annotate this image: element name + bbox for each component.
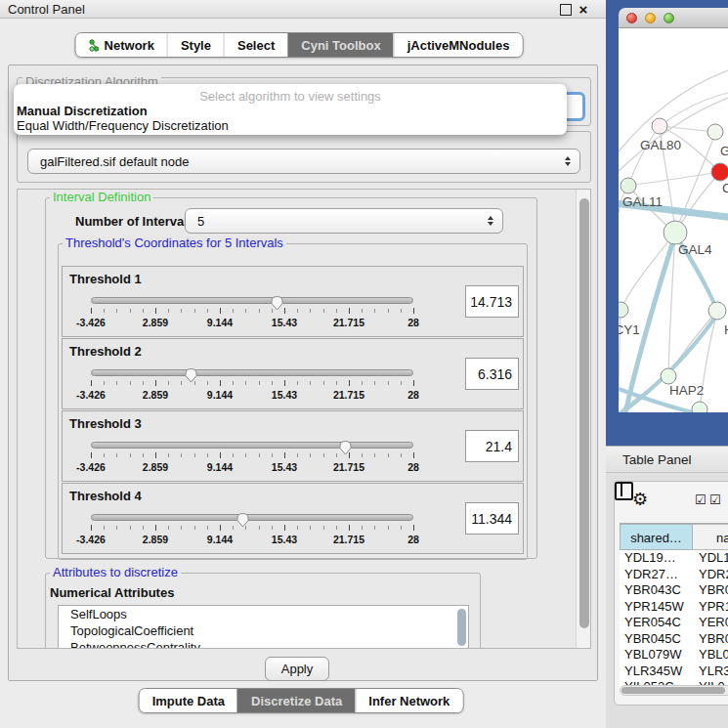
zoom-traffic-light-icon[interactable] bbox=[664, 13, 674, 23]
tick-mark bbox=[233, 526, 234, 530]
threshold-slider[interactable]: -3.4262.8599.14415.4321.71528 bbox=[91, 514, 413, 551]
slider-handle[interactable] bbox=[270, 295, 284, 311]
tab-infer-network[interactable]: Infer Network bbox=[355, 689, 462, 712]
network-node-ga[interactable] bbox=[707, 124, 723, 140]
network-node-gal80[interactable] bbox=[652, 118, 667, 134]
tick-mark bbox=[323, 453, 324, 457]
network-canvas[interactable]: GAL80GACGAL11GAL4GCY1HHAP2 bbox=[619, 28, 728, 412]
slider-track bbox=[91, 369, 413, 376]
tick-mark bbox=[245, 381, 246, 385]
control-panel-titlebar[interactable]: Control Panel × bbox=[0, 0, 606, 19]
threshold-slider[interactable]: -3.4262.8599.14415.4321.71528 bbox=[91, 442, 413, 479]
tick-mark bbox=[401, 381, 402, 385]
table-row[interactable]: YBL079WYBL0 bbox=[620, 647, 728, 664]
tick-mark bbox=[284, 452, 285, 458]
tab-style[interactable]: Style bbox=[167, 33, 224, 57]
slider-tick-labels: -3.4262.8599.14415.4321.71528 bbox=[91, 534, 413, 545]
threshold-slider[interactable]: -3.4262.8599.14415.4321.71528 bbox=[91, 369, 413, 407]
threshold-value-field[interactable]: 14.713 bbox=[465, 285, 519, 318]
threshold-panel-2: Threshold 2-3.4262.8599.14415.4321.71528… bbox=[62, 338, 524, 409]
tick-label: 28 bbox=[407, 317, 419, 328]
tick-mark bbox=[413, 380, 414, 386]
close-icon[interactable]: × bbox=[576, 0, 591, 19]
network-node-gcy1[interactable] bbox=[619, 302, 628, 318]
table-data-combobox[interactable]: galFiltered.sif default node bbox=[27, 149, 580, 174]
tick-label: 21.715 bbox=[333, 389, 364, 401]
minimize-traffic-light-icon[interactable] bbox=[645, 13, 656, 23]
tab-discretize-data[interactable]: Discretize Data bbox=[237, 689, 355, 712]
tab-label: Infer Network bbox=[368, 694, 450, 708]
columns-icon[interactable] bbox=[615, 482, 633, 500]
column-header-name[interactable]: na bbox=[693, 524, 728, 550]
table-panel-titlebar[interactable]: Table Panel bbox=[606, 446, 728, 473]
float-window-icon[interactable] bbox=[560, 4, 572, 16]
tick-mark bbox=[168, 453, 169, 457]
table-row[interactable]: YDL19…YDL1 bbox=[620, 550, 728, 567]
threshold-value-field[interactable]: 11.344 bbox=[465, 502, 519, 535]
table-row[interactable]: YBR043CYBR0 bbox=[620, 582, 728, 599]
column-header-shared-name[interactable]: shared… bbox=[620, 524, 693, 550]
network-node-hap2[interactable] bbox=[661, 368, 676, 384]
network-node-gal11[interactable] bbox=[621, 178, 636, 193]
tick-mark bbox=[323, 381, 324, 385]
numerical-attributes-list[interactable]: SelfLoopsTopologicalCoefficientBetweenne… bbox=[58, 605, 469, 649]
control-panel-title: Control Panel bbox=[8, 2, 85, 17]
network-node-c[interactable] bbox=[711, 163, 728, 181]
tab-network[interactable]: Network bbox=[76, 33, 167, 57]
close-traffic-light-icon[interactable] bbox=[626, 13, 637, 23]
table-row[interactable]: YER054CYER0 bbox=[620, 615, 728, 631]
dropdown-option-equal-width-frequency[interactable]: Equal Width/Frequency Discretization bbox=[14, 118, 567, 133]
attributes-list-scrollbar[interactable] bbox=[457, 609, 466, 646]
tick-mark bbox=[220, 525, 221, 531]
tab-cyni-toolbox[interactable]: Cyni Toolbox bbox=[287, 33, 393, 57]
tick-mark bbox=[374, 309, 375, 313]
number-of-intervals-combobox[interactable]: 5 bbox=[185, 208, 503, 234]
settings-scrollbar-thumb[interactable] bbox=[579, 198, 589, 628]
tab-select[interactable]: Select bbox=[224, 33, 287, 57]
table-row[interactable]: YPR145WYPR1 bbox=[620, 599, 728, 616]
tab-label: jActiveMNodules bbox=[407, 38, 510, 53]
tick-mark bbox=[181, 453, 182, 457]
apply-button[interactable]: Apply bbox=[265, 657, 329, 681]
tick-mark bbox=[388, 526, 389, 530]
slider-handle[interactable] bbox=[184, 367, 198, 383]
attribute-item[interactable]: TopologicalCoefficient bbox=[59, 622, 468, 639]
tick-mark bbox=[413, 452, 414, 458]
tab-jactivemnodules[interactable]: jActiveMNodules bbox=[394, 33, 523, 57]
tick-label: 28 bbox=[407, 389, 419, 401]
threshold-title: Threshold 4 bbox=[69, 489, 142, 503]
network-node[interactable] bbox=[692, 402, 707, 412]
tick-label: 21.715 bbox=[333, 534, 364, 545]
gear-icon[interactable]: ⚙ bbox=[632, 489, 648, 510]
checkbox-icon[interactable]: ☑ bbox=[695, 492, 707, 507]
dropdown-placeholder-item[interactable]: Select algorithm to view settings bbox=[14, 84, 567, 104]
tick-mark bbox=[362, 453, 363, 457]
checkbox-icon[interactable]: ☑ bbox=[709, 492, 721, 507]
table-horizontal-scrollbar[interactable] bbox=[620, 685, 728, 696]
slider-handle[interactable] bbox=[338, 440, 353, 455]
threshold-value-field[interactable]: 6.316 bbox=[465, 358, 519, 390]
table-row[interactable]: YBR045CYBR0 bbox=[620, 631, 728, 648]
table-panel-container: ⚙ ☑ ☑ shared… na YDL19…YDL1YDR27…YDR2YBR… bbox=[614, 481, 728, 706]
cell-name: YDL1 bbox=[693, 550, 728, 567]
table-row[interactable]: YDR27…YDR2 bbox=[620, 567, 728, 583]
threshold-value-field[interactable]: 21.4 bbox=[465, 430, 519, 462]
network-node-h[interactable] bbox=[708, 302, 726, 320]
tick-label: 9.144 bbox=[207, 534, 233, 545]
tick-mark bbox=[310, 526, 311, 530]
network-window-titlebar[interactable] bbox=[619, 8, 728, 28]
tick-mark bbox=[310, 309, 311, 313]
table-row[interactable]: YLR345WYLR3 bbox=[620, 664, 728, 680]
cell-shared-name: YBR043C bbox=[620, 582, 693, 599]
attribute-item[interactable]: SelfLoops bbox=[59, 606, 468, 622]
settings-scrollbar-track[interactable] bbox=[576, 190, 591, 649]
tab-impute-data[interactable]: Impute Data bbox=[140, 689, 237, 712]
network-node-gal4[interactable] bbox=[664, 221, 687, 244]
tick-mark bbox=[130, 309, 131, 313]
tick-mark bbox=[207, 453, 208, 457]
threshold-slider[interactable]: -3.4262.8599.14415.4321.71528 bbox=[91, 297, 413, 334]
slider-handle[interactable] bbox=[236, 512, 250, 528]
attribute-item[interactable]: BetweennessCentrality bbox=[59, 639, 468, 649]
table-horizontal-scrollbar-thumb[interactable] bbox=[621, 687, 725, 694]
dropdown-option-manual-discretization[interactable]: Manual Discretization bbox=[14, 104, 567, 118]
